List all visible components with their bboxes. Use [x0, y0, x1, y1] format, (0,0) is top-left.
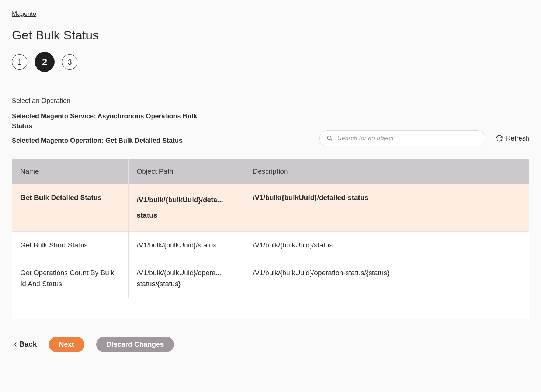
col-header-name[interactable]: Name [12, 159, 128, 184]
step-connector [27, 62, 35, 62]
cell-desc: /V1/bulk/{bulkUuid}/operation-status/{st… [245, 259, 529, 298]
cell-name: Get Bulk Short Status [12, 231, 128, 259]
search-field-wrap[interactable] [319, 130, 485, 146]
stepper: 1 2 3 [12, 52, 529, 72]
refresh-label: Refresh [506, 135, 529, 142]
svg-line-1 [330, 139, 332, 141]
chevron-left-icon [14, 342, 18, 347]
cell-desc: /V1/bulk/{bulkUuid}/detailed-status [245, 184, 529, 232]
table-header-row: Name Object Path Description [12, 159, 529, 184]
step-2[interactable]: 2 [35, 52, 55, 72]
step-3[interactable]: 3 [62, 54, 77, 70]
discard-button[interactable]: Discard Changes [96, 337, 174, 352]
step-connector [55, 62, 62, 62]
table-footer [12, 298, 529, 319]
table-row[interactable]: Get Operations Count By Bulk Id And Stat… [12, 259, 529, 298]
svg-point-0 [327, 136, 331, 140]
back-button[interactable]: Back [14, 340, 37, 348]
search-icon [326, 135, 333, 142]
breadcrumb: Magento [12, 10, 529, 18]
section-label: Select an Operation [12, 97, 529, 105]
search-input[interactable] [337, 135, 478, 142]
cell-name: Get Operations Count By Bulk Id And Stat… [12, 259, 128, 298]
col-header-desc[interactable]: Description [245, 159, 529, 184]
table-row[interactable]: Get Bulk Short Status /V1/bulk/{bulkUuid… [12, 231, 529, 259]
operations-table: Name Object Path Description Get Bulk De… [12, 159, 529, 319]
cell-path: /V1/bulk/{bulkUuid}/deta... status [128, 184, 245, 232]
next-button[interactable]: Next [49, 337, 84, 352]
cell-desc: /V1/bulk/{bulkUuid}/status [245, 231, 529, 259]
refresh-button[interactable]: Refresh [496, 135, 529, 142]
col-header-path[interactable]: Object Path [128, 159, 245, 184]
page-title: Get Bulk Status [12, 28, 529, 42]
cell-path: /V1/bulk/{bulkUuid}/status [128, 231, 245, 259]
selected-operation-text: Selected Magento Operation: Get Bulk Det… [12, 136, 211, 146]
step-1[interactable]: 1 [12, 54, 27, 70]
refresh-icon [496, 135, 503, 142]
cell-name: Get Bulk Detailed Status [12, 184, 128, 232]
back-label: Back [19, 340, 37, 348]
footer-buttons: Back Next Discard Changes [12, 337, 529, 352]
breadcrumb-link-magento[interactable]: Magento [12, 10, 36, 17]
table-row[interactable]: Get Bulk Detailed Status /V1/bulk/{bulkU… [12, 184, 529, 232]
selected-service-text: Selected Magento Service: Asynchronous O… [12, 111, 211, 131]
cell-path: /V1/bulk/{bulkUuid}/opera... status/{sta… [128, 259, 245, 298]
